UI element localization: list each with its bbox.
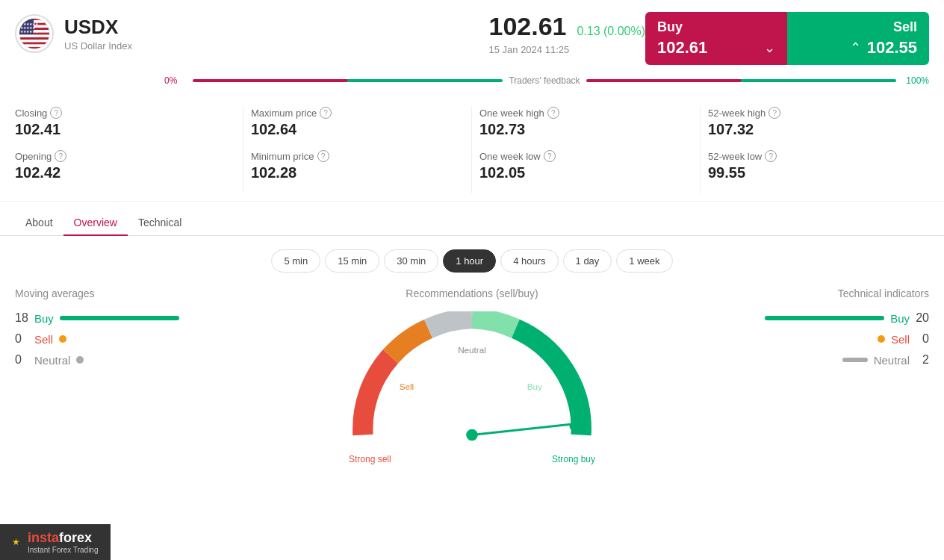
ti-buy-label: Buy [890,312,910,325]
svg-line-19 [472,424,572,435]
timefilter-30min[interactable]: 30 min [384,249,438,273]
timefilter-1week[interactable]: 1 week [616,249,672,273]
timefilter-1day[interactable]: 1 day [563,249,612,273]
max-info-icon[interactable]: ? [320,107,332,119]
stat-closing-value: 102.41 [15,121,235,138]
footer: ★ instaforex Instant Forex Trading [0,524,111,560]
stat-max-price: Maximum price ? 102.64 [251,107,464,138]
week-high-info-icon[interactable]: ? [547,107,559,119]
footer-subtitle: Instant Forex Trading [28,546,99,554]
price-section: 102.61 0.13 (0.00%) 15 Jan 2024 11:25 [489,12,646,55]
stat-52w-low-label: 52-week low [708,151,762,162]
min-info-icon[interactable]: ? [317,150,329,162]
stat-week-high-label: One week high [479,108,544,119]
timefilter-5min[interactable]: 5 min [271,249,320,273]
tab-overview[interactable]: Overview [63,211,128,236]
svg-text:Neutral: Neutral [458,345,486,355]
stat-min-label: Minimum price [251,151,314,162]
buy-price: 102.61 [657,38,707,57]
ma-neutral-row: 0 Neutral [15,353,224,367]
feedback-bar-2 [586,79,896,82]
svg-point-20 [466,429,478,441]
stat-52w-high: 52-week high ? 107.32 [708,107,922,138]
ti-sell-label: Sell [891,333,910,346]
strong-sell-label: Strong sell [349,454,391,464]
svg-rect-14 [19,45,50,47]
timefilter-15min[interactable]: 15 min [325,249,379,273]
footer-star-icon: ★ [12,537,20,547]
ti-sell-dot [878,335,885,343]
feedback-label: Traders' feedback [509,75,580,86]
52w-high-info-icon[interactable]: ? [768,107,780,119]
ma-sell-label: Sell [34,333,53,346]
ma-neutral-dot [76,356,84,364]
ma-buy-bar [60,316,179,320]
ti-neutral-bar [842,358,868,362]
stat-min-price: Minimum price ? 102.28 [251,150,464,181]
stat-week-low-label: One week low [479,151,541,162]
feedback-pct-left: 0% [164,75,187,86]
moving-averages-col: Moving averages 18 Buy 0 Sell 0 Neutral [15,287,224,464]
stat-col-2: Maximum price ? 102.64 Minimum price ? 1… [243,107,472,193]
footer-logo: instaforex [28,530,99,546]
ti-sell-count: 0 [916,332,929,346]
stat-closing-label: Closing [15,108,47,119]
ticker-info: USDX US Dollar Index [64,16,444,52]
closing-info-icon[interactable]: ? [50,107,62,119]
tab-technical[interactable]: Technical [128,211,192,236]
price-change: 0.13 (0.00%) [577,25,645,37]
timefilter-1hour[interactable]: 1 hour [443,249,496,273]
ma-buy-row: 18 Buy [15,311,224,325]
sell-label: Sell [799,19,917,35]
ti-buy-row: Buy 20 [720,311,929,325]
stat-max-value: 102.64 [251,121,464,138]
feedback-pct-right: 100% [902,75,929,86]
ti-buy-bar [765,316,884,320]
recommendations-col: Recommendations (sell/buy) [224,287,720,464]
stat-52w-low: 52-week low ? 99.55 [708,150,922,181]
stat-closing: Closing ? 102.41 [15,107,235,138]
gauge-container: Neutral Sell Buy Strong sell Strong buy [345,311,599,464]
buy-label: Buy [657,19,775,35]
strong-buy-label: Strong buy [552,454,595,464]
technical-indicators-col: Technical indicators Buy 20 Sell 0 Neutr… [720,287,929,464]
gauge-svg: Neutral Sell Buy [345,311,599,449]
stat-week-high-value: 102.73 [479,121,692,138]
ma-neutral-count: 0 [15,353,28,367]
stat-opening-value: 102.42 [15,164,235,181]
svg-rect-13 [19,40,50,42]
svg-rect-12 [19,35,50,37]
svg-text:Sell: Sell [400,382,414,391]
ma-sell-dot [59,335,66,343]
ti-buy-count: 20 [916,311,929,325]
stat-opening-label: Opening [15,151,52,162]
buy-button[interactable]: Buy 102.61 ⌄ [645,12,787,65]
ma-neutral-label: Neutral [34,354,70,367]
ma-buy-count: 18 [15,311,28,325]
buy-arrow-icon: ⌄ [764,40,775,56]
svg-point-21 [569,422,578,431]
recommendations-title: Recommendations (sell/buy) [406,287,538,299]
stat-col-1: Closing ? 102.41 Opening ? 102.42 [15,107,243,193]
svg-text:★★★★★★: ★★★★★★ [20,29,39,34]
stat-52w-high-value: 107.32 [708,121,922,138]
indicators-section: Moving averages 18 Buy 0 Sell 0 Neutral … [0,280,944,472]
ti-neutral-label: Neutral [874,354,910,367]
opening-info-icon[interactable]: ? [55,150,66,162]
sell-button[interactable]: Sell ⌃ 102.55 [787,12,929,65]
timefilter-4hours[interactable]: 4 hours [500,249,558,273]
sell-arrow-icon: ⌃ [850,40,861,56]
ticker-description: US Dollar Index [64,40,444,52]
stat-col-3: One week high ? 102.73 One week low ? 10… [472,107,701,193]
technical-indicators-title: Technical indicators [720,287,929,299]
52w-low-info-icon[interactable]: ? [765,150,777,162]
stat-week-low-value: 102.05 [479,164,692,181]
current-price: 102.61 [489,12,567,40]
ti-sell-row: Sell 0 [720,332,929,346]
gauge-bottom-labels: Strong sell Strong buy [349,454,595,464]
week-low-info-icon[interactable]: ? [544,150,556,162]
feedback-section: 0% Traders' feedback 100% [15,72,929,92]
feedback-bar [193,79,503,82]
buy-sell-panel: Buy 102.61 ⌄ Sell ⌃ 102.55 [645,12,929,65]
tab-about[interactable]: About [15,211,63,236]
